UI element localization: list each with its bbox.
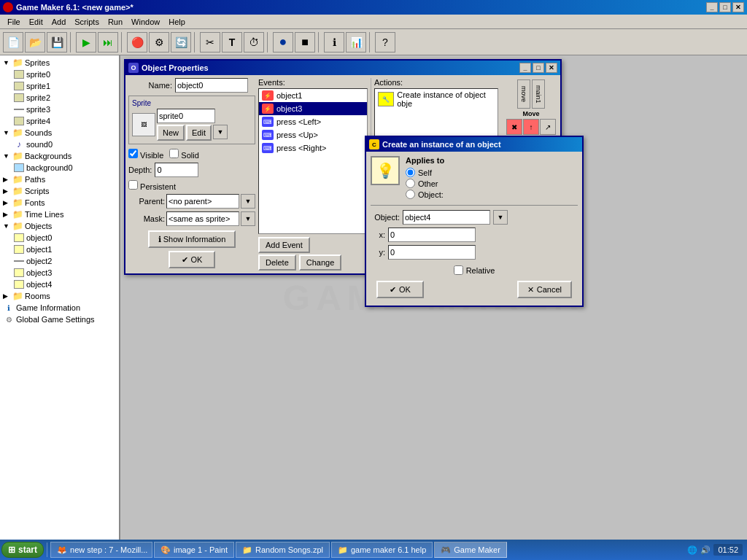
list-item[interactable]: object3: [12, 267, 117, 279]
list-item[interactable]: object0: [12, 232, 117, 244]
solid-checkbox[interactable]: [169, 149, 179, 158]
toolbar-run-debug[interactable]: ⏭: [98, 32, 118, 52]
toolbar-save[interactable]: 💾: [47, 32, 67, 52]
list-item[interactable]: ♪ sound0: [12, 139, 117, 150]
event-item[interactable]: ⌨ press <Right>: [259, 141, 367, 155]
toggle-sounds[interactable]: ▼: [3, 129, 12, 136]
menu-scripts[interactable]: Scripts: [70, 16, 104, 28]
move-tab[interactable]: move: [517, 79, 530, 109]
depth-input[interactable]: [155, 163, 198, 177]
menu-window[interactable]: Window: [127, 16, 164, 28]
sidebar-item-global-settings[interactable]: ⚙ Global Game Settings: [1, 314, 117, 325]
list-item[interactable]: sprite4: [12, 115, 117, 127]
delete-event-button[interactable]: Delete: [258, 254, 296, 271]
toolbar-chart[interactable]: 📊: [346, 32, 366, 52]
toggle-sprites[interactable]: ▼: [3, 59, 12, 66]
toolbar-config[interactable]: ⚙: [149, 32, 169, 52]
self-radio[interactable]: [406, 168, 415, 177]
list-item[interactable]: background0: [12, 162, 117, 174]
event-item[interactable]: ⌨ press <Up>: [259, 128, 367, 141]
taskbar-item-gamemaker[interactable]: 🎮 Game Maker: [434, 542, 507, 558]
start-button[interactable]: ⊞ start: [1, 542, 44, 558]
persistent-checkbox-label[interactable]: Persistent: [128, 182, 176, 191]
list-item[interactable]: sprite1: [12, 80, 117, 92]
toolbar-circle[interactable]: ●: [273, 32, 293, 52]
parent-pick-button[interactable]: ▼: [241, 194, 255, 209]
menu-add[interactable]: Add: [47, 16, 71, 28]
move-cell-0[interactable]: ✖: [506, 119, 522, 135]
toolbar-info[interactable]: ℹ: [324, 32, 344, 52]
dialog-close-button[interactable]: ✕: [546, 63, 557, 73]
x-input[interactable]: [388, 228, 476, 242]
toggle-scripts[interactable]: ▶: [3, 187, 12, 195]
move-cell-1[interactable]: ↑: [523, 119, 539, 135]
menu-help[interactable]: Help: [164, 16, 190, 28]
toggle-timelines[interactable]: ▶: [3, 211, 12, 218]
solid-checkbox-label[interactable]: Solid: [169, 149, 199, 160]
list-item[interactable]: object1: [12, 244, 117, 255]
toolbar-open[interactable]: 📂: [25, 32, 45, 52]
toolbar-text[interactable]: T: [222, 32, 242, 52]
create-instance-ok-button[interactable]: ✔ OK: [376, 281, 424, 298]
sidebar-item-game-information[interactable]: ℹ Game Information: [1, 302, 117, 314]
action-item[interactable]: 🔧 Create instance of object obje: [375, 89, 498, 109]
visible-checkbox[interactable]: [128, 149, 138, 158]
minimize-button[interactable]: _: [706, 2, 718, 12]
parent-input[interactable]: [166, 194, 239, 209]
list-item[interactable]: sprite0: [12, 69, 117, 80]
change-event-button[interactable]: Change: [299, 254, 342, 271]
create-instance-cancel-button[interactable]: ✕ Cancel: [517, 281, 572, 298]
sidebar-item-objects[interactable]: ▼ 📁 Objects: [1, 220, 117, 232]
menu-run[interactable]: Run: [104, 16, 127, 28]
show-info-button[interactable]: ℹ Show Information: [148, 230, 236, 248]
event-item[interactable]: ⚡ object1: [259, 89, 367, 102]
relative-checkbox[interactable]: [454, 265, 463, 275]
toolbar-refresh[interactable]: 🔄: [171, 32, 191, 52]
sidebar-item-backgrounds[interactable]: ▼ 📁 Backgrounds: [1, 150, 117, 162]
toggle-rooms[interactable]: ▶: [3, 292, 12, 300]
dialog-minimize-button[interactable]: _: [519, 63, 531, 73]
toolbar-rect[interactable]: ■: [295, 32, 315, 52]
menu-file[interactable]: File: [3, 16, 25, 28]
toggle-backgrounds[interactable]: ▼: [3, 152, 12, 160]
sidebar-item-rooms[interactable]: ▶ 📁 Rooms: [1, 290, 117, 302]
taskbar-item-paint[interactable]: 🎨 image 1 - Paint: [154, 542, 234, 558]
visible-checkbox-label[interactable]: Visible: [128, 149, 163, 160]
sidebar-item-sprites[interactable]: ▼ 📁 Sprites: [1, 57, 117, 69]
sidebar-item-paths[interactable]: ▶ 📁 Paths: [1, 174, 117, 185]
persistent-checkbox[interactable]: [128, 180, 138, 190]
ok-button[interactable]: ✔ OK: [169, 251, 216, 268]
mask-pick-button[interactable]: ▼: [241, 211, 255, 226]
mask-input[interactable]: [166, 211, 239, 226]
list-item[interactable]: object4: [12, 279, 117, 290]
main1-tab[interactable]: main1: [532, 79, 545, 109]
menu-edit[interactable]: Edit: [25, 16, 47, 28]
sprite-pick-button[interactable]: ▼: [213, 125, 228, 139]
sidebar-item-scripts[interactable]: ▶ 📁 Scripts: [1, 185, 117, 197]
new-sprite-button[interactable]: New: [157, 125, 185, 141]
taskbar-item-songs[interactable]: 📁 Random Songs.zpl: [236, 542, 330, 558]
object-pick-button[interactable]: ▼: [493, 210, 508, 225]
toolbar-help[interactable]: ?: [375, 32, 395, 52]
sidebar-item-fonts[interactable]: ▶ 📁 Fonts: [1, 197, 117, 209]
event-item[interactable]: ⌨ press <Left>: [259, 115, 367, 128]
name-input[interactable]: [175, 78, 248, 93]
toolbar-run[interactable]: ▶: [76, 32, 96, 52]
object-field-input[interactable]: [403, 210, 490, 225]
y-input[interactable]: [388, 245, 476, 260]
other-radio[interactable]: [406, 179, 415, 188]
toolbar-new[interactable]: 📄: [3, 32, 23, 52]
move-cell-2[interactable]: ↗: [540, 119, 556, 135]
toolbar-cut[interactable]: ✂: [200, 32, 220, 52]
taskbar-item-help[interactable]: 📁 game maker 6.1 help: [331, 542, 433, 558]
toggle-paths[interactable]: ▶: [3, 176, 12, 183]
toolbar-timer[interactable]: ⏱: [244, 32, 264, 52]
dialog-maximize-button[interactable]: □: [533, 63, 544, 73]
sidebar-item-timelines[interactable]: ▶ 📁 Time Lines: [1, 209, 117, 220]
object-radio[interactable]: [406, 190, 415, 199]
add-event-button[interactable]: Add Event: [258, 237, 310, 253]
sprite-name-input[interactable]: [157, 109, 215, 123]
toggle-objects[interactable]: ▼: [3, 222, 12, 230]
list-item[interactable]: object2: [12, 255, 117, 267]
maximize-button[interactable]: □: [719, 2, 731, 12]
